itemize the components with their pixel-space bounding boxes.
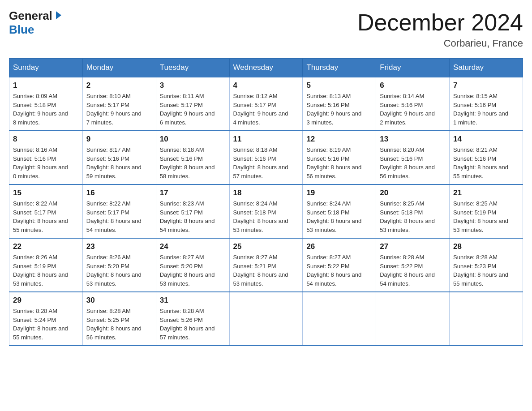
- table-row: 23 Sunrise: 8:26 AM Sunset: 5:20 PM Dayl…: [82, 238, 156, 292]
- day-number: 20: [380, 188, 446, 197]
- table-row: 28 Sunrise: 8:28 AM Sunset: 5:23 PM Dayl…: [450, 238, 523, 292]
- day-info: Sunrise: 8:25 AM Sunset: 5:18 PM Dayligh…: [380, 200, 435, 233]
- day-info: Sunrise: 8:17 AM Sunset: 5:16 PM Dayligh…: [86, 146, 142, 180]
- day-info: Sunrise: 8:18 AM Sunset: 5:16 PM Dayligh…: [233, 146, 288, 180]
- day-number: 10: [160, 135, 226, 144]
- logo-general-text: General: [9, 9, 52, 23]
- day-number: 12: [306, 135, 372, 144]
- header-thursday: Thursday: [303, 59, 376, 77]
- day-number: 8: [13, 135, 79, 144]
- day-info: Sunrise: 8:24 AM Sunset: 5:18 PM Dayligh…: [306, 200, 361, 233]
- table-row: 4 Sunrise: 8:12 AM Sunset: 5:17 PM Dayli…: [229, 77, 303, 131]
- table-row: [303, 292, 376, 346]
- day-info: Sunrise: 8:28 AM Sunset: 5:24 PM Dayligh…: [13, 308, 68, 341]
- day-number: 16: [86, 188, 152, 197]
- header-friday: Friday: [376, 59, 450, 77]
- svg-marker-0: [56, 11, 61, 19]
- table-row: 13 Sunrise: 8:20 AM Sunset: 5:16 PM Dayl…: [376, 131, 450, 184]
- table-row: 8 Sunrise: 8:16 AM Sunset: 5:16 PM Dayli…: [9, 131, 83, 184]
- header-tuesday: Tuesday: [156, 59, 229, 77]
- day-info: Sunrise: 8:13 AM Sunset: 5:16 PM Dayligh…: [306, 93, 361, 126]
- header-monday: Monday: [82, 59, 156, 77]
- logo: General Blue: [9, 9, 63, 37]
- table-row: 1 Sunrise: 8:09 AM Sunset: 5:18 PM Dayli…: [9, 77, 83, 131]
- calendar-week-row: 15 Sunrise: 8:22 AM Sunset: 5:17 PM Dayl…: [9, 184, 523, 238]
- day-info: Sunrise: 8:23 AM Sunset: 5:17 PM Dayligh…: [160, 200, 215, 233]
- header-wednesday: Wednesday: [229, 59, 303, 77]
- table-row: 6 Sunrise: 8:14 AM Sunset: 5:16 PM Dayli…: [376, 77, 450, 131]
- day-number: 17: [160, 188, 226, 197]
- table-row: 10 Sunrise: 8:18 AM Sunset: 5:16 PM Dayl…: [156, 131, 229, 184]
- month-year-title: December 2024: [357, 9, 523, 36]
- day-number: 27: [380, 242, 446, 251]
- logo-blue-text: Blue: [9, 23, 34, 36]
- day-info: Sunrise: 8:28 AM Sunset: 5:22 PM Dayligh…: [380, 254, 435, 287]
- page-header: General Blue December 2024 Corbarieu, Fr…: [9, 9, 523, 49]
- day-info: Sunrise: 8:18 AM Sunset: 5:16 PM Dayligh…: [160, 146, 215, 180]
- day-number: 29: [13, 296, 79, 305]
- day-info: Sunrise: 8:22 AM Sunset: 5:17 PM Dayligh…: [86, 200, 142, 233]
- day-info: Sunrise: 8:12 AM Sunset: 5:17 PM Dayligh…: [233, 93, 288, 126]
- table-row: [376, 292, 450, 346]
- table-row: 20 Sunrise: 8:25 AM Sunset: 5:18 PM Dayl…: [376, 184, 450, 238]
- day-info: Sunrise: 8:22 AM Sunset: 5:17 PM Dayligh…: [13, 200, 68, 233]
- table-row: 12 Sunrise: 8:19 AM Sunset: 5:16 PM Dayl…: [303, 131, 376, 184]
- day-number: 2: [86, 81, 152, 90]
- day-info: Sunrise: 8:27 AM Sunset: 5:22 PM Dayligh…: [306, 254, 361, 287]
- day-info: Sunrise: 8:26 AM Sunset: 5:20 PM Dayligh…: [86, 254, 142, 287]
- day-info: Sunrise: 8:27 AM Sunset: 5:20 PM Dayligh…: [160, 254, 215, 287]
- day-info: Sunrise: 8:21 AM Sunset: 5:16 PM Dayligh…: [453, 146, 508, 180]
- day-info: Sunrise: 8:24 AM Sunset: 5:18 PM Dayligh…: [233, 200, 288, 233]
- header-sunday: Sunday: [9, 59, 83, 77]
- table-row: 14 Sunrise: 8:21 AM Sunset: 5:16 PM Dayl…: [450, 131, 523, 184]
- calendar-week-row: 8 Sunrise: 8:16 AM Sunset: 5:16 PM Dayli…: [9, 131, 523, 184]
- day-info: Sunrise: 8:28 AM Sunset: 5:23 PM Dayligh…: [453, 254, 508, 287]
- table-row: 19 Sunrise: 8:24 AM Sunset: 5:18 PM Dayl…: [303, 184, 376, 238]
- day-number: 25: [233, 242, 299, 251]
- day-info: Sunrise: 8:28 AM Sunset: 5:26 PM Dayligh…: [160, 308, 215, 341]
- table-row: 30 Sunrise: 8:28 AM Sunset: 5:25 PM Dayl…: [82, 292, 156, 346]
- table-row: 18 Sunrise: 8:24 AM Sunset: 5:18 PM Dayl…: [229, 184, 303, 238]
- table-row: 22 Sunrise: 8:26 AM Sunset: 5:19 PM Dayl…: [9, 238, 83, 292]
- logo-arrow-icon: [53, 10, 63, 22]
- day-number: 11: [233, 135, 299, 144]
- calendar-week-row: 22 Sunrise: 8:26 AM Sunset: 5:19 PM Dayl…: [9, 238, 523, 292]
- table-row: 17 Sunrise: 8:23 AM Sunset: 5:17 PM Dayl…: [156, 184, 229, 238]
- day-number: 13: [380, 135, 446, 144]
- day-number: 22: [13, 242, 79, 251]
- calendar-week-row: 1 Sunrise: 8:09 AM Sunset: 5:18 PM Dayli…: [9, 77, 523, 131]
- table-row: 15 Sunrise: 8:22 AM Sunset: 5:17 PM Dayl…: [9, 184, 83, 238]
- table-row: 2 Sunrise: 8:10 AM Sunset: 5:17 PM Dayli…: [82, 77, 156, 131]
- day-number: 3: [160, 81, 226, 90]
- day-info: Sunrise: 8:14 AM Sunset: 5:16 PM Dayligh…: [380, 93, 435, 126]
- day-info: Sunrise: 8:11 AM Sunset: 5:17 PM Dayligh…: [160, 93, 215, 126]
- table-row: 3 Sunrise: 8:11 AM Sunset: 5:17 PM Dayli…: [156, 77, 229, 131]
- table-row: 9 Sunrise: 8:17 AM Sunset: 5:16 PM Dayli…: [82, 131, 156, 184]
- day-info: Sunrise: 8:28 AM Sunset: 5:25 PM Dayligh…: [86, 308, 142, 341]
- day-info: Sunrise: 8:10 AM Sunset: 5:17 PM Dayligh…: [86, 93, 142, 126]
- day-number: 1: [13, 81, 79, 90]
- table-row: [229, 292, 303, 346]
- table-row: 25 Sunrise: 8:27 AM Sunset: 5:21 PM Dayl…: [229, 238, 303, 292]
- day-number: 26: [306, 242, 372, 251]
- day-info: Sunrise: 8:20 AM Sunset: 5:16 PM Dayligh…: [380, 146, 435, 180]
- day-number: 31: [160, 296, 226, 305]
- day-number: 19: [306, 188, 372, 197]
- day-number: 28: [453, 242, 519, 251]
- day-number: 24: [160, 242, 226, 251]
- table-row: 5 Sunrise: 8:13 AM Sunset: 5:16 PM Dayli…: [303, 77, 376, 131]
- day-number: 4: [233, 81, 299, 90]
- day-number: 21: [453, 188, 519, 197]
- day-info: Sunrise: 8:16 AM Sunset: 5:16 PM Dayligh…: [13, 146, 68, 180]
- table-row: 31 Sunrise: 8:28 AM Sunset: 5:26 PM Dayl…: [156, 292, 229, 346]
- table-row: 7 Sunrise: 8:15 AM Sunset: 5:16 PM Dayli…: [450, 77, 523, 131]
- day-number: 9: [86, 135, 152, 144]
- table-row: 27 Sunrise: 8:28 AM Sunset: 5:22 PM Dayl…: [376, 238, 450, 292]
- location-text: Corbarieu, France: [357, 38, 523, 49]
- table-row: 21 Sunrise: 8:25 AM Sunset: 5:19 PM Dayl…: [450, 184, 523, 238]
- title-section: December 2024 Corbarieu, France: [357, 9, 523, 49]
- table-row: 29 Sunrise: 8:28 AM Sunset: 5:24 PM Dayl…: [9, 292, 83, 346]
- day-info: Sunrise: 8:19 AM Sunset: 5:16 PM Dayligh…: [306, 146, 361, 180]
- day-info: Sunrise: 8:09 AM Sunset: 5:18 PM Dayligh…: [13, 93, 68, 126]
- calendar-table: Sunday Monday Tuesday Wednesday Thursday…: [9, 58, 523, 346]
